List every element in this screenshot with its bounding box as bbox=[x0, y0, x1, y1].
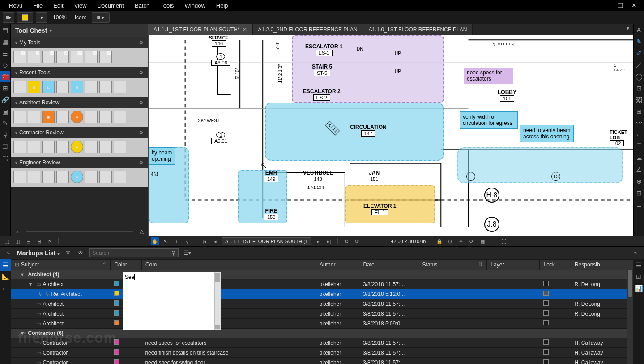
markups-group-row[interactable]: ▾Architect (4) bbox=[11, 270, 633, 279]
tool-item[interactable]: a bbox=[13, 81, 26, 93]
markups-table[interactable]: ⊟Subject ⌃ColorCom...AuthorDateStatus ⇅L… bbox=[11, 259, 633, 364]
first-page-icon[interactable]: |◂ bbox=[200, 237, 209, 245]
tool-item[interactable]: A bbox=[28, 111, 40, 123]
markups-group-row[interactable]: ▾Contractor (6) bbox=[11, 329, 633, 338]
single-page-icon[interactable]: ▢ bbox=[3, 237, 11, 245]
document-tab[interactable]: A1.1.1_1ST FLOOR PLAN SOUTH*✕ bbox=[148, 24, 253, 35]
split-4-icon[interactable]: ⊞ bbox=[35, 237, 43, 245]
split-v-icon[interactable]: ◫ bbox=[13, 237, 21, 245]
tc-section-engineer-review[interactable]: Engineer Review⚙ bbox=[11, 157, 148, 168]
tc-expand-icon[interactable]: △ bbox=[137, 227, 145, 236]
ienter-tool-icon[interactable]: ⊡ bbox=[634, 82, 644, 94]
markups-row[interactable]: ↳↳Re: Architect bkelleher 3/8/2018 5:12:… bbox=[11, 289, 633, 299]
tool-item[interactable]: ↔ bbox=[56, 171, 69, 183]
tool-item[interactable]: ● bbox=[71, 141, 83, 153]
linewidth-dropdown[interactable]: ▾ bbox=[36, 12, 47, 23]
column-header[interactable]: ⊟Subject ⌃ bbox=[11, 260, 111, 270]
maximize-icon[interactable]: ❐ bbox=[618, 2, 623, 9]
column-header[interactable]: Author bbox=[316, 260, 359, 270]
nav-fwd-icon[interactable]: ⟳ bbox=[353, 237, 361, 245]
forms-icon[interactable]: ☐ bbox=[0, 141, 10, 152]
tool-item[interactable]: 5a bbox=[71, 51, 83, 63]
gear-icon[interactable]: ⚙ bbox=[139, 159, 144, 166]
tool-item[interactable]: a bbox=[13, 141, 26, 153]
fullscreen-icon[interactable]: ⛶ bbox=[500, 237, 508, 245]
pen-tool-icon[interactable]: ✎ bbox=[634, 36, 644, 47]
callout-verify-beam[interactable]: need to verify beam across this opening bbox=[520, 125, 574, 142]
popup-scrollbar[interactable] bbox=[214, 272, 221, 330]
tool-item[interactable]: ⚙ bbox=[85, 171, 98, 183]
markups-title[interactable]: Markups List ▾ bbox=[17, 249, 60, 257]
menu-view[interactable]: View bbox=[69, 0, 92, 11]
line-tool-icon[interactable]: ／ bbox=[634, 59, 644, 71]
prev-page-icon[interactable]: ◂ bbox=[211, 237, 219, 245]
zoom-level[interactable]: 100% bbox=[50, 14, 69, 21]
callout-verify-beam-left[interactable]: ify beam opening bbox=[149, 147, 175, 165]
text-tool-icon[interactable]: A bbox=[634, 24, 644, 36]
detach-icon[interactable]: ⇱ bbox=[46, 237, 54, 245]
expand-collapse-icon[interactable]: » bbox=[4, 249, 13, 257]
properties-icon[interactable]: ≣ bbox=[634, 199, 644, 210]
tool-item[interactable]: ⚙ bbox=[85, 111, 98, 123]
tab-menu-icon[interactable]: ▾ bbox=[623, 24, 633, 32]
document-tab[interactable]: A1.1.0_1ST FLOOR REFERENCE PLAN bbox=[363, 24, 473, 35]
column-header[interactable]: Color bbox=[111, 260, 142, 270]
studio-icon[interactable]: ⊟ bbox=[634, 187, 644, 199]
shape-tool-icon[interactable]: ◯ bbox=[634, 71, 644, 82]
columns-icon[interactable]: ☰▾ bbox=[183, 249, 191, 257]
gear-icon[interactable]: ⚙ bbox=[139, 69, 144, 76]
tool-item[interactable]: 2 bbox=[28, 51, 40, 63]
lock-icon[interactable]: 🔒 bbox=[435, 237, 444, 245]
column-header[interactable]: Layer bbox=[487, 260, 540, 270]
comment-popup-text[interactable]: See bbox=[125, 274, 134, 280]
tool-item[interactable]: ⚙ bbox=[99, 171, 112, 183]
signatures-icon[interactable]: ✎ bbox=[0, 117, 10, 129]
document-viewport[interactable]: ESCALATOR 1ES-1 STAIR 5ST-5 ESCALATOR 2E… bbox=[148, 35, 633, 236]
markups-scrollbar[interactable] bbox=[627, 269, 633, 364]
shapes-icon[interactable]: ◇ bbox=[0, 59, 10, 71]
menu-document[interactable]: Document bbox=[92, 0, 129, 11]
column-header[interactable]: Responsib... bbox=[571, 260, 633, 270]
close-window-icon[interactable]: ✕ bbox=[631, 2, 637, 9]
markups-search[interactable]: ⚲ bbox=[89, 248, 179, 257]
tool-item[interactable]: a bbox=[71, 81, 83, 93]
comment-edit-popup[interactable]: See bbox=[123, 272, 221, 330]
spaces-icon[interactable]: ⊞ bbox=[0, 82, 10, 94]
menu-revu[interactable]: Revu bbox=[4, 0, 28, 11]
callout-escalator-specs[interactable]: need specs for escalators bbox=[464, 68, 513, 84]
tool-item[interactable]: a bbox=[99, 81, 112, 93]
split-h-icon[interactable]: ⊟ bbox=[24, 237, 32, 245]
thumbnails-icon[interactable]: ▦ bbox=[0, 36, 10, 47]
document-tab[interactable]: A1.2.0_2ND FLOOR REFERENCE PLAN bbox=[253, 24, 363, 35]
pan-tool-icon[interactable]: ✋ bbox=[151, 237, 159, 245]
gear-icon[interactable]: ⚙ bbox=[139, 129, 144, 136]
tool-item[interactable]: ● bbox=[71, 171, 83, 183]
tool-item[interactable]: ⚙ bbox=[85, 141, 98, 153]
tool-item[interactable]: ↯ bbox=[114, 111, 126, 123]
tool-item[interactable]: ■ bbox=[42, 111, 55, 123]
tc-section-contractor-review[interactable]: Contractor Review⚙ bbox=[11, 127, 148, 138]
stamp-tool-icon[interactable]: ⊞ bbox=[634, 106, 644, 117]
search-input[interactable] bbox=[92, 250, 171, 256]
gear-icon[interactable]: ⚙ bbox=[139, 39, 144, 46]
tool-item[interactable]: ↗ bbox=[114, 171, 126, 183]
properties-panel-icon[interactable]: ☰ bbox=[633, 259, 644, 271]
tool-item[interactable]: a bbox=[42, 81, 55, 93]
search-panel-icon[interactable]: ⚲ bbox=[0, 129, 10, 141]
3d-icon[interactable]: ⬚ bbox=[0, 283, 11, 294]
page-field[interactable] bbox=[222, 237, 311, 245]
nav-back-icon[interactable]: ⟲ bbox=[342, 237, 350, 245]
tool-item[interactable]: 6 bbox=[85, 51, 98, 63]
menu-window[interactable]: Window bbox=[179, 0, 211, 11]
cloud-tool-icon[interactable]: ☁ bbox=[634, 152, 644, 164]
tool-item[interactable]: 3 bbox=[42, 51, 55, 63]
menu-batch[interactable]: Batch bbox=[129, 0, 155, 11]
snap-icon[interactable]: ⊙ bbox=[446, 237, 454, 245]
tool-item[interactable]: 7 bbox=[99, 51, 112, 63]
hide-markups-icon[interactable]: 👁 bbox=[77, 249, 85, 257]
tool-chest-icon[interactable]: 🧰 bbox=[0, 71, 10, 82]
highlighter-tool-icon[interactable]: ✐ bbox=[634, 47, 644, 59]
menu-help[interactable]: Help bbox=[211, 0, 234, 11]
collapse-panel-icon[interactable]: » bbox=[631, 249, 640, 257]
tool-item[interactable]: A bbox=[28, 171, 40, 183]
